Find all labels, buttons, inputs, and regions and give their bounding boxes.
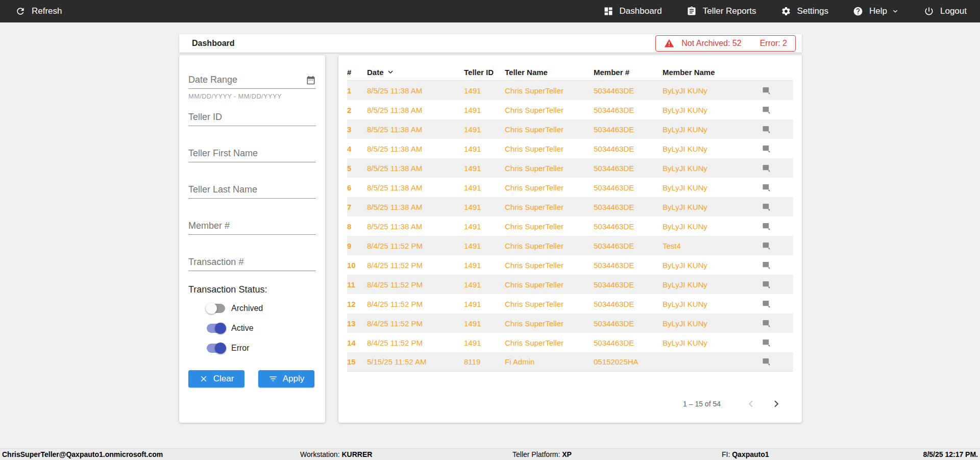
row-teller-id: 8119: [464, 357, 505, 366]
column-header-index[interactable]: #: [347, 68, 367, 77]
note-icon[interactable]: [761, 125, 793, 134]
error-toggle[interactable]: [206, 343, 226, 354]
note-icon[interactable]: [761, 183, 793, 192]
row-teller-id: 1491: [464, 319, 505, 328]
date-range-label: Date Range: [188, 75, 237, 85]
pagination-range-label: 1 – 15 of 54: [683, 400, 721, 408]
refresh-button[interactable]: Refresh: [15, 6, 62, 16]
date-range-field[interactable]: Date Range: [188, 75, 316, 89]
active-toggle[interactable]: [206, 323, 226, 334]
note-icon[interactable]: [761, 357, 793, 366]
teller-last-name-field[interactable]: Teller Last Name: [188, 184, 316, 199]
table-row[interactable]: 48/5/25 11:38 AM1491Chris SuperTeller503…: [347, 139, 793, 158]
table-row[interactable]: 88/5/25 11:38 AM1491Chris SuperTeller503…: [347, 216, 793, 236]
column-header-teller-id[interactable]: Teller ID: [464, 68, 505, 77]
next-page-button[interactable]: [770, 397, 783, 410]
table-row[interactable]: 118/4/25 11:52 PM1491Chris SuperTeller50…: [347, 275, 793, 294]
row-date: 8/5/25 11:38 AM: [367, 183, 464, 192]
row-date: 8/5/25 11:38 AM: [367, 164, 464, 173]
note-icon[interactable]: [761, 144, 793, 153]
row-index: 5: [347, 164, 367, 173]
row-teller-id: 1491: [464, 338, 505, 347]
column-header-member-name[interactable]: Member Name: [663, 68, 761, 77]
apply-button[interactable]: Apply: [258, 370, 314, 388]
row-index: 13: [347, 319, 367, 328]
warning-triangle-icon: [664, 38, 674, 49]
previous-page-button[interactable]: [744, 397, 757, 410]
column-header-teller-name[interactable]: Teller Name: [505, 68, 594, 77]
top-nav: Refresh Dashboard Teller Reports Setting…: [0, 0, 980, 22]
fi-label: FI:: [722, 450, 730, 458]
row-teller-name: Chris SuperTeller: [505, 144, 594, 153]
row-index: 12: [347, 300, 367, 308]
row-teller-name: Chris SuperTeller: [505, 86, 594, 95]
note-icon[interactable]: [761, 164, 793, 173]
table-row[interactable]: 98/4/25 11:52 PM1491Chris SuperTeller503…: [347, 236, 793, 255]
column-header-date[interactable]: Date: [367, 67, 464, 77]
archived-toggle[interactable]: [206, 303, 226, 314]
row-index: 15: [347, 357, 367, 366]
clear-button[interactable]: Clear: [188, 370, 244, 388]
row-teller-name: Chris SuperTeller: [505, 319, 594, 328]
table-row[interactable]: 78/5/25 11:38 AM1491Chris SuperTeller503…: [347, 197, 793, 216]
row-member-name: Test4: [663, 241, 761, 250]
row-member-number: 5034463DE: [594, 300, 663, 308]
chevron-down-icon: [386, 67, 395, 77]
teller-last-name-label: Teller Last Name: [188, 184, 257, 195]
nav-item-help[interactable]: Help: [853, 6, 899, 16]
nav-item-settings[interactable]: Settings: [781, 6, 828, 16]
status-bar: ChrisSuperTeller@Qaxpauto1.onmicrosoft.c…: [0, 448, 980, 460]
table-row[interactable]: 108/4/25 11:52 PM1491Chris SuperTeller50…: [347, 255, 793, 275]
row-date: 8/4/25 11:52 PM: [367, 338, 464, 347]
nav-label: Logout: [940, 6, 967, 16]
calendar-icon[interactable]: [306, 75, 316, 85]
row-teller-name: Chris SuperTeller: [505, 106, 594, 114]
note-icon[interactable]: [761, 319, 793, 328]
row-member-number: 5034463DE: [594, 125, 663, 134]
transaction-number-field[interactable]: Transaction #: [188, 257, 316, 271]
chevron-right-icon: [770, 397, 783, 410]
row-member-number: 5034463DE: [594, 183, 663, 192]
row-date: 8/4/25 11:52 PM: [367, 280, 464, 289]
alert-not-archived-count: Not Archived: 52: [681, 39, 741, 48]
row-index: 7: [347, 203, 367, 211]
note-icon[interactable]: [761, 203, 793, 211]
note-icon[interactable]: [761, 86, 793, 95]
row-member-name: ByLyJI KUNy: [663, 86, 761, 95]
row-teller-id: 1491: [464, 241, 505, 250]
table-row[interactable]: 38/5/25 11:38 AM1491Chris SuperTeller503…: [347, 119, 793, 139]
chevron-left-icon: [744, 397, 757, 410]
note-icon[interactable]: [761, 300, 793, 308]
column-header-member-number[interactable]: Member #: [594, 68, 663, 77]
note-icon[interactable]: [761, 222, 793, 231]
note-icon[interactable]: [761, 280, 793, 289]
table-row[interactable]: 68/5/25 11:38 AM1491Chris SuperTeller503…: [347, 178, 793, 197]
note-icon[interactable]: [761, 261, 793, 270]
note-icon[interactable]: [761, 338, 793, 347]
nav-item-logout[interactable]: Logout: [924, 6, 967, 16]
refresh-icon: [15, 6, 26, 16]
note-icon[interactable]: [761, 106, 793, 114]
row-member-name: ByLyJI KUNy: [663, 164, 761, 173]
table-row[interactable]: 155/15/25 11:52 AM8119Fi Admin05152025HA: [347, 352, 793, 372]
table-row[interactable]: 148/4/25 11:52 PM1491Chris SuperTeller50…: [347, 333, 793, 352]
toggle-row-archived: Archived: [206, 302, 316, 315]
transaction-status-label: Transaction Status:: [188, 284, 316, 295]
table-row[interactable]: 18/5/25 11:38 AM1491Chris SuperTeller503…: [347, 81, 793, 100]
fi-info: FI: Qaxpauto1: [722, 449, 769, 460]
toggle-row-active: Active: [206, 322, 316, 335]
error-toggle-label: Error: [231, 344, 250, 353]
table-row[interactable]: 58/5/25 11:38 AM1491Chris SuperTeller503…: [347, 158, 793, 178]
row-teller-id: 1491: [464, 280, 505, 289]
teller-first-name-field[interactable]: Teller First Name: [188, 148, 316, 162]
dashboard-icon: [603, 6, 614, 16]
row-teller-id: 1491: [464, 183, 505, 192]
teller-id-field[interactable]: Teller ID: [188, 112, 316, 126]
member-number-field[interactable]: Member #: [188, 221, 316, 235]
table-row[interactable]: 138/4/25 11:52 PM1491Chris SuperTeller50…: [347, 313, 793, 333]
table-row[interactable]: 128/4/25 11:52 PM1491Chris SuperTeller50…: [347, 294, 793, 313]
note-icon[interactable]: [761, 241, 793, 250]
nav-item-teller-reports[interactable]: Teller Reports: [687, 6, 756, 16]
nav-item-dashboard[interactable]: Dashboard: [603, 6, 662, 16]
table-row[interactable]: 28/5/25 11:38 AM1491Chris SuperTeller503…: [347, 100, 793, 119]
